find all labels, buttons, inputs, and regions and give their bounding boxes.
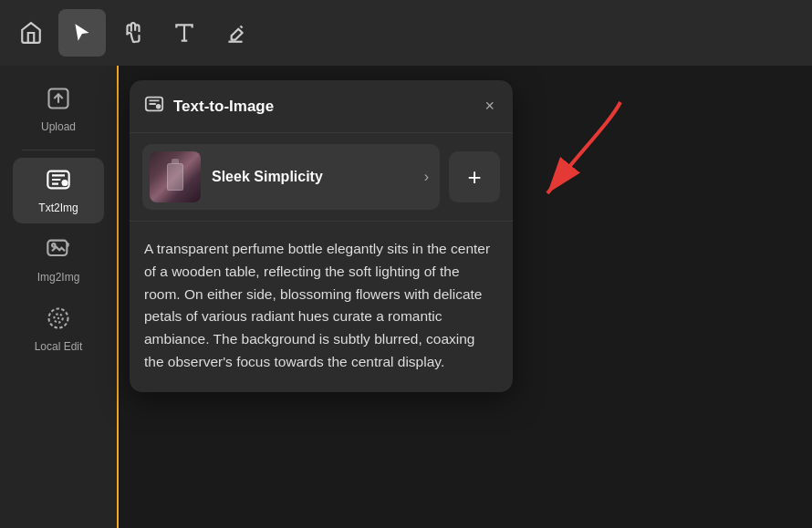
home-button[interactable] xyxy=(7,9,55,57)
txt2img-icon xyxy=(46,167,71,196)
sidebar-item-upload[interactable]: Upload xyxy=(13,77,104,142)
close-button[interactable]: × xyxy=(481,93,498,119)
local-edit-icon xyxy=(46,305,71,335)
svg-point-10 xyxy=(57,317,59,319)
thumbnail-image xyxy=(150,151,201,202)
select-button[interactable] xyxy=(58,9,106,57)
chevron-right-icon: › xyxy=(424,169,429,185)
style-card[interactable]: Sleek Simplicity › xyxy=(142,144,440,210)
panel-header-icon xyxy=(144,94,164,119)
sidebar-item-local-edit[interactable]: Local Edit xyxy=(13,296,104,362)
panel-title: Text-to-Image xyxy=(173,98,274,116)
style-row: Sleek Simplicity › + xyxy=(130,133,513,222)
add-style-button[interactable]: + xyxy=(449,151,500,202)
main-area: Upload Txt2Img xyxy=(0,66,812,528)
sidebar-item-txt2img[interactable]: Txt2Img xyxy=(13,158,104,223)
toolbar xyxy=(0,0,812,66)
panel-header-left: Text-to-Image xyxy=(144,94,274,119)
pan-button[interactable] xyxy=(109,9,157,57)
img2img-icon xyxy=(46,236,71,265)
style-name: Sleek Simplicity xyxy=(212,169,323,185)
sidebar-item-txt2img-label: Txt2Img xyxy=(38,202,78,214)
description-text: A transparent perfume bottle elegantly s… xyxy=(144,238,498,374)
upload-icon xyxy=(46,86,71,115)
style-thumbnail xyxy=(150,151,201,202)
sidebar-item-img2img-label: Img2Img xyxy=(37,271,80,284)
text-to-image-panel: Text-to-Image × Sleek Simplicity › + xyxy=(130,80,513,392)
panel-area: Text-to-Image × Sleek Simplicity › + xyxy=(119,66,812,528)
perfume-bottle-graphic xyxy=(167,163,183,191)
sidebar-item-local-edit-label: Local Edit xyxy=(35,340,83,353)
description-area: A transparent perfume bottle elegantly s… xyxy=(130,222,513,392)
sidebar-item-upload-label: Upload xyxy=(41,120,76,133)
sidebar: Upload Txt2Img xyxy=(0,66,119,528)
sidebar-item-img2img[interactable]: Img2Img xyxy=(13,227,104,293)
svg-point-7 xyxy=(52,243,56,247)
panel-header: Text-to-Image × xyxy=(130,80,513,133)
sidebar-divider xyxy=(22,150,95,150)
text-button[interactable] xyxy=(161,9,208,57)
svg-point-12 xyxy=(156,104,161,109)
edit-button[interactable] xyxy=(212,9,259,57)
